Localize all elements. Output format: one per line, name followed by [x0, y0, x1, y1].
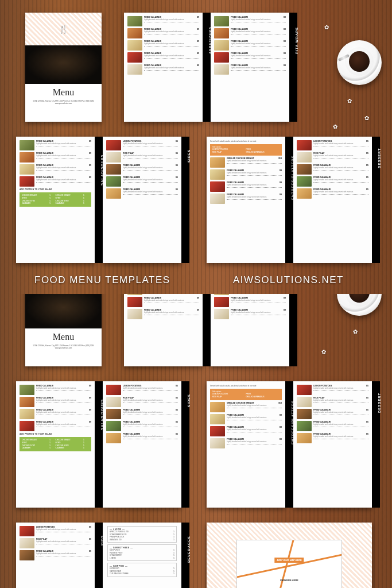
menu-item: FRIED CALAMARI$9 Lightly breaded and coo…: [214, 52, 286, 63]
page-beverages: — JUICE —APRICOT PUREE & ICE5STRAWBERRY …: [103, 523, 181, 588]
food-thumbnail: [297, 176, 312, 187]
menu-item: FRIED CALAMARI$9 Lightly breaded and coo…: [20, 385, 91, 395]
menu-item: FRIED CALAMARI$9 Lightly breaded and coo…: [214, 297, 286, 307]
beverage-item: BANANA & ICE5: [110, 539, 174, 541]
food-thumbnail: [127, 40, 142, 51]
item-price: $9: [89, 385, 91, 387]
item-description: Lightly breaded and cooked crispy served…: [231, 300, 286, 301]
menu-item: FRIED CALAMARI$9 Lightly breaded and coo…: [210, 426, 282, 436]
item-price: $5: [176, 152, 178, 154]
item-price: $5: [366, 176, 368, 179]
item-price: $5: [366, 140, 368, 142]
item-price: $13: [278, 402, 282, 404]
menu-heading: Menu: [25, 87, 102, 98]
item-price: $9: [89, 164, 91, 167]
menu-item: FRIED CALAMARI$9 Lightly breaded and coo…: [210, 438, 282, 448]
item-description: Lightly breaded and cooked crispy served…: [144, 67, 199, 69]
item-description: Lightly breaded and cooked crispy served…: [123, 143, 178, 145]
menu-item: LEMON POTATOES$5 Lightly breaded and coo…: [106, 140, 178, 150]
item-description: Lightly breaded and cooked crispy served…: [231, 312, 286, 314]
flower-icon: ✿: [324, 24, 329, 30]
menu-item: FRIED CALAMARI$9 Lightly breaded and coo…: [210, 414, 282, 424]
flower-icon: ✿: [364, 115, 369, 121]
item-price: $9: [89, 421, 91, 423]
menu-item: RICE PILAF$5 Lightly breaded and cooked …: [106, 397, 178, 407]
menu-item: FRIED CALAMARI$9 Lightly breaded and coo…: [127, 52, 199, 63]
restaurant-address: 123 A 123 Wall, Kansas City, MO 1234 Pho…: [25, 100, 102, 106]
item-description: Lightly breaded and cooked crispy served…: [36, 541, 91, 543]
beverage-section: — COFFEE —ESPRESSO5CAPPUCCINO5CUP WALKER…: [107, 563, 177, 577]
food-thumbnail: [20, 176, 34, 187]
page-appetizers: FRIED CALAMARI$9 Lightly breaded and coo…: [124, 13, 203, 122]
item-description: Lightly breaded and cooked crispy served…: [36, 424, 91, 425]
divider-kids: KIDS: [95, 523, 103, 588]
item-price: $9: [197, 40, 199, 42]
divider-sides: SIDES: [181, 137, 189, 263]
item-price: $9: [280, 414, 282, 416]
item-description: Lightly breaded and cooked crispy served…: [227, 184, 282, 186]
item-description: Lightly breaded and cooked crispy served…: [36, 529, 91, 531]
item-description: Lightly breaded and cooked crispy served…: [313, 191, 368, 193]
menu-item: FRIED CALAMARI$9 Lightly breaded and coo…: [127, 64, 199, 75]
item-description: Lightly breaded and cooked crispy served…: [231, 55, 286, 57]
item-description: Lightly breaded and cooked crispy served…: [231, 19, 286, 21]
food-thumbnail: [106, 385, 121, 395]
food-thumbnail: [210, 169, 225, 180]
food-thumbnail: [20, 538, 34, 548]
item-price: $9: [197, 52, 199, 55]
food-thumbnail: [210, 414, 225, 424]
food-thumbnail: [210, 402, 225, 412]
item-description: Lightly breaded and cooked crispy served…: [313, 155, 368, 157]
menu-item: RICE PILAF$5 Lightly breaded and cooked …: [106, 152, 178, 163]
section-label: DESSERT: [378, 148, 381, 168]
food-thumbnail: [127, 294, 142, 295]
menu-item: FRIED CALAMARI$9 Lightly breaded and coo…: [20, 397, 91, 407]
page-cover: 🍴 Menu 123 A 123 Wall, Kansas City, MO 1…: [25, 13, 102, 122]
item-price: $9: [284, 40, 286, 42]
menu-item: FRIED CALAMARI$9 Lightly breaded and coo…: [20, 164, 91, 175]
item-description: Lightly breaded and cooked crispy served…: [123, 191, 178, 193]
menu-item: FRIED CALAMARI$5 Lightly breaded and coo…: [297, 164, 368, 175]
item-price: $9: [280, 438, 282, 440]
food-thumbnail: [297, 385, 312, 395]
food-thumbnail: [106, 433, 121, 443]
flower-icon: ✿: [347, 98, 352, 104]
food-thumbnail: [214, 52, 229, 63]
food-thumbnail: [127, 64, 142, 75]
item-description: Lightly breaded and cooked crispy served…: [231, 43, 286, 45]
menu-item: FRIED CALAMARI$5 Lightly breaded and coo…: [106, 409, 178, 419]
menu-item: FRIED CALAMARI$9 Lightly breaded and coo…: [214, 40, 286, 51]
item-price: $9: [284, 52, 286, 55]
food-thumbnail: [297, 421, 312, 431]
menu-item: GRILLED CHICKEN BREAST$13 Lightly breade…: [210, 402, 282, 412]
item-description: Lightly breaded and cooked crispy served…: [227, 417, 282, 419]
food-thumbnail: [20, 140, 34, 150]
item-description: Lightly breaded and cooked crispy served…: [144, 31, 199, 33]
food-thumbnail: [20, 550, 34, 560]
menu-item: FRIED CALAMARI$9 Lightly breaded and coo…: [210, 181, 282, 192]
menu-item: FRIED CALAMARI$9 Lightly breaded and coo…: [210, 194, 282, 204]
food-thumbnail: [20, 164, 34, 175]
food-thumbnail: [127, 297, 142, 307]
menu-item: FRIED CALAMARI$5 Lightly breaded and coo…: [106, 433, 178, 443]
item-price: $9: [284, 16, 286, 18]
section-label: DESSERT: [378, 393, 381, 413]
food-thumbnail: [106, 164, 121, 175]
item-price: $9: [197, 28, 199, 30]
item-description: Lightly breaded and cooked crispy served…: [36, 553, 91, 555]
item-price: $5: [366, 152, 368, 154]
food-thumbnail: [20, 421, 34, 431]
food-thumbnail: [127, 28, 142, 38]
item-price: $9: [197, 16, 199, 18]
item-price: $5: [89, 526, 91, 528]
divider-dessert: DESSERT: [372, 381, 380, 508]
divider-appetizers: APPETIZERS: [203, 13, 211, 122]
food-thumbnail: [214, 64, 229, 75]
page-dessert: LEMON POTATOES$5 Lightly breaded and coo…: [293, 381, 372, 508]
protein-box: CHICKEN BREAST5CHICKEN BREAST5GYRO5GYRO5…: [20, 192, 91, 207]
menu-item: GRILLED CHICKEN BREAST$13 Lightly breade…: [210, 157, 282, 168]
beverage-item: LEMON5: [110, 557, 174, 560]
side-options-box: Side optionsLEMON POTATOESFRIESRICE PILA…: [210, 144, 282, 156]
banner-site: AIWSOLUTIONS.NET: [233, 274, 344, 286]
showcase-top: ✿ ✿ ✿ ✿ 🍴 Menu 123 A 123 Wall, Kansas Ci…: [0, 0, 392, 294]
